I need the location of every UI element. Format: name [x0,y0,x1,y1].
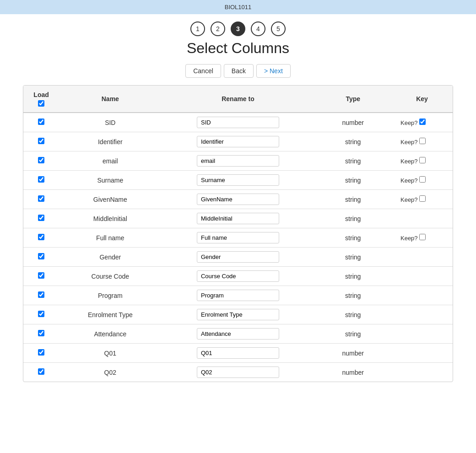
rename-input-2[interactable] [197,155,279,167]
row-key-cell-8 [391,267,453,286]
row-type-cell-6: string [314,228,391,248]
header-rename: Rename to [161,86,314,113]
rename-input-0[interactable] [197,117,279,128]
row-name-cell-13: Q02 [59,363,161,382]
keep-checkbox-2[interactable] [419,157,426,163]
row-name-cell-5: MiddleInitial [59,209,161,228]
rename-input-4[interactable] [197,194,279,205]
row-key-cell-12 [391,344,453,363]
table-body: SIDnumberKeep? IdentifierstringKeep? ema… [23,113,453,382]
row-load-cell-9 [23,286,59,305]
row-type-cell-7: string [314,248,391,267]
table-row: Q01number [23,344,453,363]
row-load-cell-7 [23,248,59,267]
table-row: SIDnumberKeep? [23,113,453,132]
row-key-cell-13 [391,363,453,382]
keep-label-4: Keep? [400,196,419,203]
load-checkbox-9[interactable] [38,291,44,298]
rename-input-5[interactable] [197,213,279,224]
row-type-cell-13: number [314,363,391,382]
rename-input-13[interactable] [197,367,279,378]
row-load-cell-11 [23,324,59,344]
rename-input-3[interactable] [197,174,279,186]
load-checkbox-8[interactable] [38,272,44,279]
header-type: Type [314,86,391,113]
keep-label-3: Keep? [400,177,419,184]
load-checkbox-11[interactable] [38,330,44,336]
load-checkbox-12[interactable] [38,349,44,356]
load-checkbox-5[interactable] [38,215,44,221]
load-checkbox-0[interactable] [38,119,44,125]
keep-label-0: Keep? [400,119,419,126]
row-key-cell-3: Keep? [391,171,453,190]
row-key-cell-0: Keep? [391,113,453,132]
row-type-cell-11: string [314,324,391,344]
keep-label-2: Keep? [400,158,419,165]
table-row: emailstringKeep? [23,151,453,171]
app-title-bar: BIOL1011 [0,0,476,14]
row-rename-cell-10 [161,305,314,324]
row-load-cell-4 [23,190,59,209]
rename-input-7[interactable] [197,251,279,263]
row-type-cell-1: string [314,132,391,151]
row-load-cell-13 [23,363,59,382]
header-key: Key [391,86,453,113]
load-checkbox-2[interactable] [38,157,44,163]
row-name-cell-9: Program [59,286,161,305]
cancel-button[interactable]: Cancel [185,64,221,78]
row-rename-cell-12 [161,344,314,363]
row-key-cell-5 [391,209,453,228]
rename-input-11[interactable] [197,328,279,340]
load-all-checkbox[interactable] [38,100,44,107]
row-type-cell-0: number [314,113,391,132]
load-checkbox-1[interactable] [38,138,44,144]
next-button[interactable]: > Next [256,64,291,78]
keep-label-1: Keep? [400,139,419,146]
rename-input-12[interactable] [197,347,279,359]
keep-checkbox-6[interactable] [419,234,426,240]
row-load-cell-1 [23,132,59,151]
row-name-cell-1: Identifier [59,132,161,151]
row-name-cell-4: GivenName [59,190,161,209]
load-checkbox-3[interactable] [38,176,44,183]
load-checkbox-7[interactable] [38,253,44,259]
row-key-cell-6: Keep? [391,228,453,248]
rename-input-9[interactable] [197,290,279,301]
rename-input-6[interactable] [197,232,279,243]
row-load-cell-3 [23,171,59,190]
back-button[interactable]: Back [224,64,254,78]
row-load-cell-6 [23,228,59,248]
rename-input-10[interactable] [197,309,279,320]
load-checkbox-4[interactable] [38,195,44,202]
keep-checkbox-3[interactable] [419,176,426,183]
load-checkbox-10[interactable] [38,311,44,317]
keep-checkbox-4[interactable] [419,195,426,202]
keep-checkbox-0[interactable] [419,119,426,125]
row-key-cell-9 [391,286,453,305]
row-key-cell-10 [391,305,453,324]
row-load-cell-8 [23,267,59,286]
row-rename-cell-11 [161,324,314,344]
rename-input-1[interactable] [197,136,279,147]
row-load-cell-12 [23,344,59,363]
row-name-cell-11: Attendance [59,324,161,344]
wizard-steps: 12345 [0,22,476,36]
row-name-cell-0: SID [59,113,161,132]
wizard-step-5: 5 [271,22,286,36]
toolbar: Cancel Back > Next [0,64,476,78]
table-header-row: Load Name Rename to Type Key [23,86,453,113]
table-row: IdentifierstringKeep? [23,132,453,151]
row-name-cell-6: Full name [59,228,161,248]
load-checkbox-6[interactable] [38,234,44,240]
row-rename-cell-7 [161,248,314,267]
row-type-cell-3: string [314,171,391,190]
row-type-cell-4: string [314,190,391,209]
load-checkbox-13[interactable] [38,368,44,375]
columns-table: Load Name Rename to Type Key SIDnumberKe… [23,86,453,382]
rename-input-8[interactable] [197,270,279,282]
header-load: Load [23,86,59,113]
wizard-step-2: 2 [211,22,225,36]
table-row: MiddleInitialstring [23,209,453,228]
keep-checkbox-1[interactable] [419,138,426,144]
table-row: Full namestringKeep? [23,228,453,248]
